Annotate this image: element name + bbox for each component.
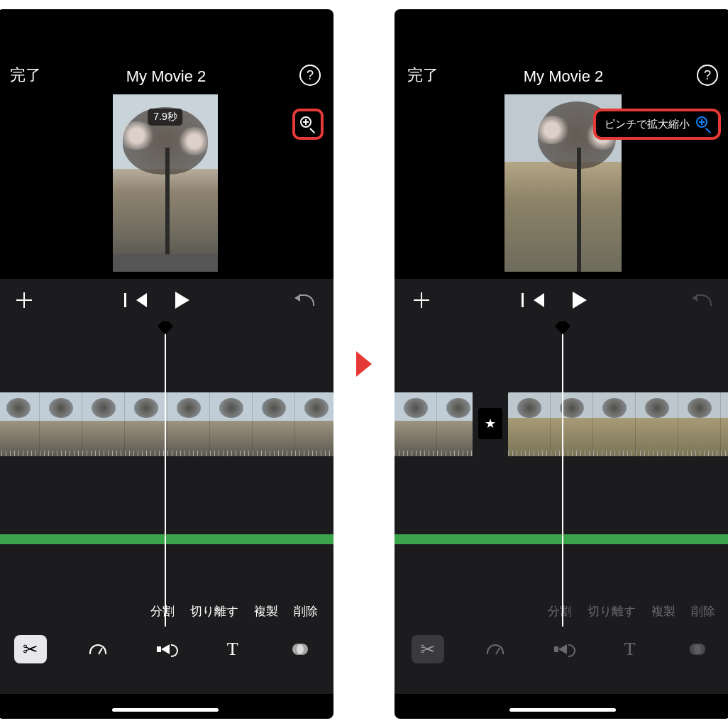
help-icon: ? (307, 68, 314, 83)
action-split[interactable]: 分割 (150, 603, 175, 619)
action-detach[interactable]: 切り離す (190, 603, 238, 619)
video-clip-selected[interactable] (0, 392, 333, 456)
clip-ruler (508, 451, 728, 456)
help-button[interactable]: ? (299, 65, 321, 86)
clip-actions: 分割 切り離す 複製 削除 (395, 603, 728, 619)
help-icon: ? (704, 68, 711, 83)
bottom-toolbar: ✂ T (0, 627, 333, 694)
transport-bar (395, 279, 728, 321)
project-title: My Movie 2 (33, 67, 299, 86)
magnifier-plus-icon (299, 116, 316, 133)
playhead[interactable] (562, 321, 563, 627)
prev-button[interactable] (127, 293, 155, 307)
play-icon (175, 292, 189, 309)
play-button[interactable] (161, 292, 204, 309)
transition-marker[interactable]: ★ (478, 408, 502, 439)
action-delete[interactable]: 削除 (294, 603, 318, 619)
play-icon (573, 292, 587, 309)
text-icon: T (227, 639, 238, 660)
star-icon: ★ (485, 416, 496, 431)
skip-back-icon (534, 293, 544, 307)
add-media-button[interactable] (10, 292, 38, 308)
action-duplicate[interactable]: 複製 (254, 603, 278, 619)
tool-titles[interactable]: T (614, 635, 646, 663)
video-preview[interactable]: ピンチで拡大縮小 (395, 94, 728, 279)
video-preview[interactable]: 7.9秒 (0, 94, 333, 279)
audio-track[interactable] (0, 534, 333, 544)
header: 完了 My Movie 2 ? (0, 9, 333, 94)
undo-icon (299, 294, 314, 306)
bottom-toolbar: ✂ T (395, 627, 728, 694)
clip-ruler (395, 451, 473, 456)
arrow-right-icon (356, 351, 372, 377)
action-delete: 削除 (691, 603, 715, 619)
scissors-icon: ✂ (23, 640, 38, 658)
play-button[interactable] (558, 292, 601, 309)
pinch-hint-label: ピンチで拡大縮小 (605, 118, 690, 131)
clip-ruler (0, 451, 333, 456)
undo-button (690, 294, 718, 306)
header: 完了 My Movie 2 ? (395, 9, 728, 94)
phone-screen-left: 完了 My Movie 2 ? 7.9秒 (0, 9, 333, 719)
add-media-button[interactable] (407, 292, 436, 308)
pinch-hint-highlight[interactable]: ピンチで拡大縮小 (593, 109, 721, 140)
scissors-icon: ✂ (420, 640, 436, 658)
zoom-button-highlight[interactable] (292, 109, 324, 140)
home-indicator[interactable] (112, 708, 219, 712)
tool-filters[interactable] (681, 635, 714, 663)
undo-icon (696, 294, 712, 306)
video-clip-1[interactable] (395, 392, 473, 456)
tool-trim[interactable]: ✂ (412, 635, 444, 663)
audio-track[interactable] (395, 534, 728, 544)
video-clip-selected[interactable] (508, 392, 728, 456)
tool-filters[interactable] (284, 635, 316, 663)
skip-back-icon (136, 293, 147, 307)
tool-speed[interactable] (82, 635, 114, 663)
filters-icon (292, 641, 308, 657)
phone-screen-right: 完了 My Movie 2 ? ピンチで拡大縮小 (395, 9, 728, 719)
plus-icon (16, 292, 32, 308)
help-button[interactable]: ? (697, 65, 718, 86)
tool-trim[interactable]: ✂ (14, 635, 47, 663)
tool-titles[interactable]: T (216, 635, 249, 663)
magnifier-plus-icon (695, 116, 712, 133)
transition-arrow (353, 351, 375, 377)
gauge-icon (487, 644, 504, 654)
volume-icon (161, 644, 170, 654)
duration-badge: 7.9秒 (148, 109, 182, 126)
project-title: My Movie 2 (430, 67, 697, 86)
transport-bar (0, 279, 333, 321)
action-detach: 切り離す (588, 603, 636, 619)
video-track[interactable] (0, 392, 333, 456)
timeline[interactable]: 分割 切り離す 複製 削除 (0, 321, 333, 627)
gauge-icon (89, 644, 106, 654)
video-track[interactable]: ★ (395, 392, 728, 456)
text-icon: T (624, 639, 636, 660)
prev-button[interactable] (524, 293, 553, 307)
timeline[interactable]: ★ 分割 切り離す 複製 削除 (395, 321, 728, 627)
home-indicator[interactable] (509, 708, 616, 712)
plus-icon (414, 292, 429, 308)
playhead[interactable] (165, 321, 166, 627)
volume-icon (558, 644, 567, 654)
action-split: 分割 (548, 603, 572, 619)
clip-actions: 分割 切り離す 複製 削除 (0, 603, 333, 619)
tool-volume[interactable] (149, 635, 182, 663)
tool-speed[interactable] (479, 635, 512, 663)
filters-icon (690, 641, 705, 657)
action-duplicate: 複製 (651, 603, 675, 619)
undo-button[interactable] (292, 294, 321, 306)
tool-volume[interactable] (546, 635, 579, 663)
